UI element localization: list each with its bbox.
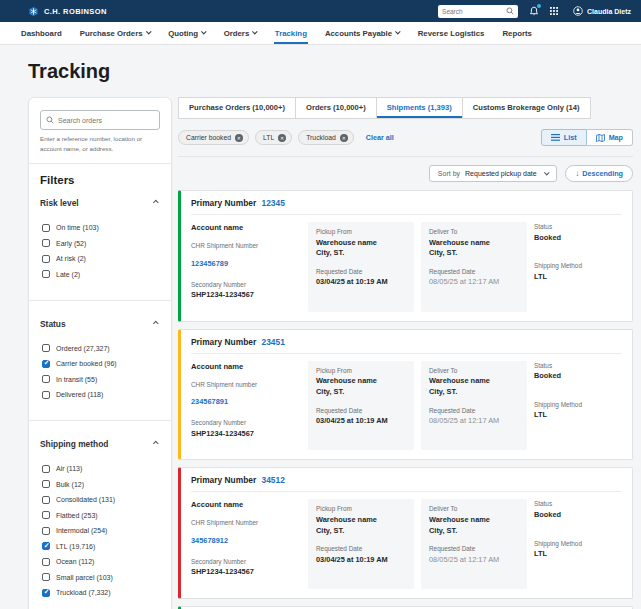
checkbox-icon[interactable]	[42, 239, 50, 247]
nav-item[interactable]: Quoting	[159, 22, 214, 44]
card-header: Primary Number 12345	[191, 191, 622, 215]
deliver-to-label: Deliver To	[429, 228, 519, 235]
checkbox-icon[interactable]	[42, 558, 50, 566]
nav-item[interactable]: Orders	[215, 22, 266, 44]
filter-option[interactable]: Ocean (112)	[42, 558, 160, 566]
primary-number-link[interactable]: 23451	[262, 337, 285, 347]
list-view-button[interactable]: List	[541, 129, 587, 146]
filter-option[interactable]: Intermodal (254)	[42, 527, 160, 535]
deliver-date-label: Requested Date	[429, 407, 519, 414]
filter-option[interactable]: Flatbed (253)	[42, 511, 160, 519]
chr-shipment-link[interactable]: 123456789	[191, 259, 228, 270]
filter-option[interactable]: Early (52)	[42, 239, 160, 247]
list-icon	[551, 134, 560, 141]
nav-item[interactable]: Reports	[493, 22, 540, 44]
filter-option-label: Truckload (7,332)	[56, 589, 111, 596]
checkbox-icon[interactable]	[42, 270, 50, 278]
primary-number-link[interactable]: 34512	[262, 475, 285, 485]
checkbox-icon[interactable]	[42, 589, 50, 597]
filter-option[interactable]: Ordered (27,327)	[42, 344, 160, 352]
pickup-warehouse: Warehouse name	[316, 238, 406, 249]
checkbox-icon[interactable]	[42, 527, 50, 535]
global-search[interactable]	[438, 5, 518, 18]
checkbox-icon[interactable]	[42, 480, 50, 488]
filter-option[interactable]: Delivered (118)	[42, 391, 160, 399]
chr-logo-icon[interactable]	[28, 6, 39, 17]
chr-shipment-link[interactable]: 345678912	[191, 536, 228, 547]
tab[interactable]: Customs Brokerage Only (14)	[462, 97, 591, 119]
checkbox-icon[interactable]	[42, 465, 50, 473]
user-menu[interactable]: Claudia Dietz	[569, 6, 631, 16]
sort-direction-button[interactable]: ↓ Descending	[565, 165, 633, 182]
checkbox-icon[interactable]	[42, 255, 50, 263]
checkbox-icon[interactable]	[42, 344, 50, 352]
page-title: Tracking	[28, 60, 641, 83]
filter-section-header[interactable]: Risk level	[40, 190, 160, 216]
tab[interactable]: Shipments (1,393)	[376, 97, 463, 119]
account-name: Account name	[191, 362, 301, 371]
checkbox-icon[interactable]	[42, 391, 50, 399]
orders-search-input[interactable]	[58, 117, 154, 124]
shipment-list: Primary Number 12345 Account name CHR Sh…	[178, 190, 633, 609]
filter-option[interactable]: Bulk (12)	[42, 480, 160, 488]
tab[interactable]: Purchase Orders (10,000+)	[178, 97, 296, 119]
map-view-button[interactable]: Map	[587, 129, 633, 146]
pickup-from-label: Pickup From	[316, 228, 406, 235]
filter-option[interactable]: Late (2)	[42, 270, 160, 278]
filter-chip[interactable]: Truckload ✕	[298, 130, 354, 145]
tab[interactable]: Orders (10,000+)	[295, 97, 377, 119]
deliver-date-value: 08/05/25 at 12:17 AM	[429, 555, 519, 566]
primary-number-link[interactable]: 12345	[262, 198, 285, 208]
apps-grid-button[interactable]	[550, 7, 558, 15]
filter-option[interactable]: Small parcel (103)	[42, 573, 160, 581]
global-search-input[interactable]	[442, 8, 506, 15]
filter-chip[interactable]: Carrier booked ✕	[178, 130, 249, 145]
sort-by-select[interactable]: Sort by Requested pickup date	[429, 165, 557, 182]
remove-chip-icon[interactable]: ✕	[278, 134, 286, 142]
filter-option[interactable]: Consolidated (131)	[42, 496, 160, 504]
chevron-down-icon	[544, 170, 549, 175]
filter-section-header[interactable]: Status	[40, 311, 160, 337]
clear-all-link[interactable]: Clear all	[366, 133, 394, 142]
nav-item[interactable]: Tracking	[266, 22, 316, 44]
primary-number-label: Primary Number	[191, 337, 256, 347]
remove-chip-icon[interactable]: ✕	[340, 134, 348, 142]
list-button-label: List	[564, 133, 577, 142]
main-nav: Dashboard Purchase Orders Quoting Orders…	[0, 22, 641, 45]
sort-direction-label: Descending	[582, 169, 623, 178]
remove-chip-icon[interactable]: ✕	[235, 134, 243, 142]
nav-item[interactable]: Accounts Payable	[316, 22, 409, 44]
checkbox-icon[interactable]	[42, 375, 50, 383]
shipping-method-label: Shipping Method	[534, 401, 622, 408]
filter-section-header[interactable]: Shipping method	[40, 431, 160, 457]
nav-item[interactable]: Purchase Orders	[71, 22, 159, 44]
pickup-date-label: Requested Date	[316, 407, 406, 414]
filter-chip[interactable]: LTL ✕	[255, 130, 292, 145]
brand-name: C.H. ROBINSON	[44, 7, 107, 16]
secondary-number-label: Secondary Number	[191, 419, 301, 426]
checkbox-icon[interactable]	[42, 573, 50, 581]
filter-option[interactable]: LTL (19,716)	[42, 542, 160, 550]
filter-option-label: Carrier booked (96)	[56, 360, 117, 367]
filter-option[interactable]: Truckload (7,332)	[42, 589, 160, 597]
pickup-panel: Pickup From Warehouse name City, ST. Req…	[308, 361, 414, 451]
search-help-text: Enter a reference number, location or ac…	[40, 134, 160, 153]
checkbox-icon[interactable]	[42, 224, 50, 232]
filter-option[interactable]: At risk (2)	[42, 255, 160, 263]
nav-item[interactable]: Dashboard	[12, 22, 71, 44]
checkbox-icon[interactable]	[42, 360, 50, 368]
deliver-panel: Deliver To Warehouse name City, ST. Requ…	[421, 222, 527, 312]
orders-search[interactable]	[40, 110, 160, 130]
filter-option[interactable]: In transit (55)	[42, 375, 160, 383]
chr-shipment-link[interactable]: 234567891	[191, 397, 228, 408]
filter-option[interactable]: Carrier booked (96)	[42, 360, 160, 368]
checkbox-icon[interactable]	[42, 511, 50, 519]
shipment-card: Primary Number 12345 Account name CHR Sh…	[178, 190, 633, 322]
notifications-button[interactable]	[529, 6, 539, 17]
checkbox-icon[interactable]	[42, 542, 50, 550]
filter-option[interactable]: Air (113)	[42, 465, 160, 473]
nav-item[interactable]: Reverse Logistics	[409, 22, 494, 44]
filter-option[interactable]: On time (103)	[42, 224, 160, 232]
shipping-method-label: Shipping Method	[534, 540, 622, 547]
checkbox-icon[interactable]	[42, 496, 50, 504]
